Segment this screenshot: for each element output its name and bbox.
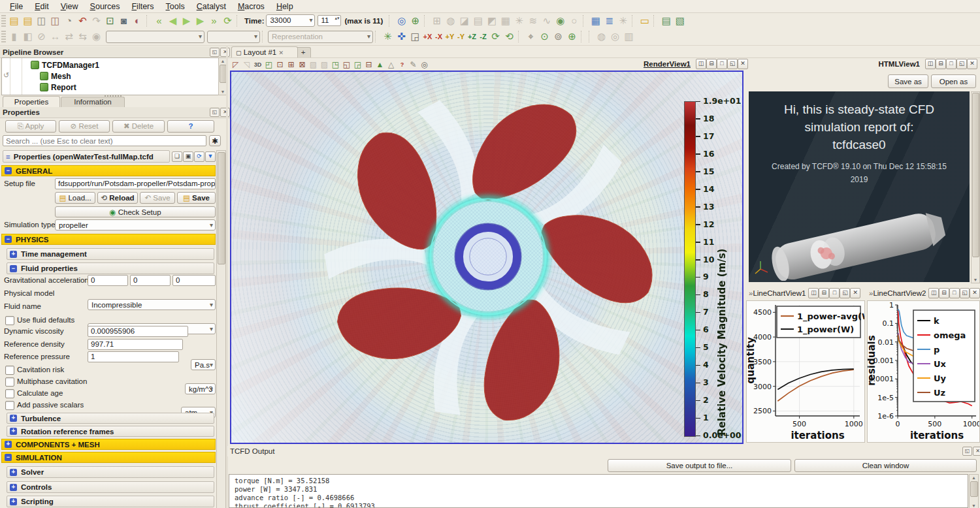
close-view-icon[interactable]: ✕ bbox=[967, 59, 977, 69]
split-horizontal-icon[interactable]: ◫ bbox=[808, 288, 819, 298]
time-combo[interactable]: 33000 bbox=[266, 14, 315, 27]
zoom-closest-icon[interactable]: ✜ bbox=[395, 30, 408, 43]
delete-button[interactable]: ✖ Delete bbox=[112, 120, 165, 133]
screenshot-icon[interactable]: ◙ bbox=[117, 14, 131, 27]
split-vertical-icon[interactable]: ⊟ bbox=[936, 59, 946, 69]
setup-file-input[interactable]: fdsupport/run/Potsdam-propeller/Potsdam-… bbox=[55, 178, 216, 189]
undo-icon[interactable]: ↶ bbox=[76, 14, 90, 27]
reset-camera-icon[interactable]: ✳ bbox=[381, 30, 395, 43]
save-as-pdf-button[interactable]: Save as PDF bbox=[888, 74, 928, 88]
gravity-z-input[interactable]: 0 bbox=[172, 275, 216, 286]
hover-cells-icon[interactable]: ◱ bbox=[341, 58, 352, 71]
tab-information[interactable]: Information bbox=[61, 97, 125, 107]
clear-selection-icon[interactable]: ⊟ bbox=[363, 58, 374, 71]
multiphase-cavitation-checkbox[interactable] bbox=[5, 377, 14, 387]
set-rotation-center-icon[interactable]: ⊙ bbox=[538, 30, 551, 43]
representation-combo[interactable]: Representation bbox=[268, 31, 373, 43]
select-block-icon[interactable]: ◰ bbox=[263, 58, 274, 71]
help-button[interactable]: ? bbox=[167, 120, 214, 133]
float-panel-icon[interactable]: ◱ bbox=[210, 108, 220, 117]
find-data-icon[interactable]: ◎ bbox=[395, 14, 408, 27]
python-trace-icon[interactable]: ▤ bbox=[659, 14, 673, 27]
menu-filters[interactable]: Filters bbox=[125, 1, 159, 12]
section-time-management[interactable]: Time management bbox=[7, 248, 214, 260]
view-minus-z-icon[interactable]: -Z bbox=[478, 30, 489, 43]
reload-properties-icon[interactable]: ⟳ bbox=[194, 151, 204, 162]
add-passive-scalars-checkbox[interactable] bbox=[5, 401, 14, 410]
section-turbulence[interactable]: Turbulence bbox=[7, 413, 214, 424]
reset-rotation-center-icon[interactable]: ⊚ bbox=[551, 30, 565, 43]
output-scrollbar[interactable]: ▲ ▼ bbox=[969, 474, 979, 508]
split-vertical-icon[interactable]: ⊟ bbox=[819, 288, 829, 298]
python-trace-edit-icon[interactable]: ▧ bbox=[673, 14, 687, 27]
close-view-icon[interactable]: ✕ bbox=[850, 288, 860, 298]
section-general[interactable]: GENERAL bbox=[1, 165, 216, 176]
component-combo[interactable] bbox=[207, 31, 260, 43]
maximize-view-icon[interactable]: □ bbox=[717, 59, 727, 69]
save-button[interactable]: ↶ Save bbox=[140, 192, 175, 204]
maximize-view-icon[interactable]: □ bbox=[829, 288, 840, 298]
section-scripting[interactable]: Scripting bbox=[7, 496, 214, 507]
menu-view[interactable]: View bbox=[55, 1, 84, 12]
gravity-y-input[interactable]: 0 bbox=[130, 275, 171, 286]
paint-tool-icon[interactable]: ◸ bbox=[230, 58, 241, 71]
save-as-button[interactable]: ▤ Save As... bbox=[177, 192, 216, 204]
section-components-mesh[interactable]: COMPONENTS + MESH bbox=[1, 439, 216, 450]
menu-sources[interactable]: Sources bbox=[84, 1, 126, 12]
disconnect-server-icon[interactable]: ◫ bbox=[48, 14, 62, 27]
adjust-camera-icon[interactable]: ⌖ bbox=[524, 30, 538, 43]
color-palette-icon[interactable]: ◐ bbox=[131, 14, 144, 27]
connect-server-icon[interactable]: ◫ bbox=[35, 14, 48, 27]
menu-catalyst[interactable]: Catalyst bbox=[191, 1, 232, 12]
section-simulation[interactable]: SIMULATION bbox=[1, 452, 216, 463]
last-frame-icon[interactable]: » bbox=[207, 14, 221, 27]
section-fluid-properties[interactable]: Fluid properties bbox=[7, 262, 214, 274]
reload-button[interactable]: ⟲ Reload bbox=[97, 192, 138, 204]
spreadsheet-view-icon[interactable]: ▦ bbox=[589, 14, 602, 27]
detach-view-icon[interactable]: ◱ bbox=[956, 59, 967, 69]
output-console[interactable]: torque [N.m] = 35.52158power [W] = 3347.… bbox=[229, 474, 968, 508]
layout-tab[interactable]: ▢ Layout #1 ✕ bbox=[231, 46, 298, 57]
save-output-button[interactable]: Save output to file... bbox=[608, 459, 791, 472]
menu-macros[interactable]: Macros bbox=[232, 1, 270, 12]
reset-button[interactable]: ⊘ Reset bbox=[59, 120, 110, 133]
menu-help[interactable]: Help bbox=[270, 1, 299, 12]
hover-points-icon[interactable]: ◲ bbox=[352, 58, 363, 71]
pipeline-item-tcfdmanager[interactable]: TCFDManager1 bbox=[31, 60, 99, 70]
apply-button[interactable]: ⎘ Apply bbox=[5, 120, 56, 133]
maximize-view-icon[interactable]: □ bbox=[949, 288, 960, 298]
detach-view-icon[interactable]: ◱ bbox=[727, 59, 738, 69]
toggle-3d-icon[interactable]: 3D bbox=[252, 58, 263, 71]
freeze-selection-icon[interactable]: ⊕ bbox=[408, 14, 422, 27]
view-plus-z-icon[interactable]: +Z bbox=[466, 30, 478, 43]
panel-splitter[interactable] bbox=[226, 45, 228, 508]
selection-help-icon[interactable]: ? bbox=[397, 58, 408, 71]
interactive-select-points-icon[interactable]: ◳ bbox=[330, 58, 341, 71]
render-view-canvas[interactable]: 1.9e+011817161514131211109876543210.0e+0… bbox=[230, 71, 743, 444]
clean-window-button[interactable]: Clean window bbox=[794, 459, 977, 472]
reset-session-icon[interactable]: ◔ bbox=[62, 14, 76, 27]
menu-file[interactable]: File bbox=[4, 1, 29, 12]
menu-tools[interactable]: Tools bbox=[160, 1, 191, 12]
annotate-icon[interactable]: ✎ bbox=[408, 58, 419, 71]
loop-icon[interactable]: ⟳ bbox=[221, 14, 235, 27]
use-fluid-defaults-checkbox[interactable] bbox=[5, 316, 14, 325]
pick-rotation-center-icon[interactable]: ⊕ bbox=[565, 30, 579, 43]
properties-scrollbar[interactable] bbox=[216, 150, 226, 508]
play-icon[interactable]: ▶ bbox=[180, 14, 193, 27]
next-frame-icon[interactable]: ▶ bbox=[193, 14, 207, 27]
reference-pressure-input[interactable]: 1 bbox=[88, 351, 179, 362]
load-button[interactable]: ▤ Load... bbox=[55, 192, 95, 204]
simulation-type-combo[interactable]: propeller bbox=[55, 219, 216, 230]
cavitation-risk-checkbox[interactable] bbox=[5, 366, 14, 375]
detach-view-icon[interactable]: ◱ bbox=[960, 288, 970, 298]
pipeline-tree[interactable]: ↺ TCFDManager1 Mesh Report bbox=[1, 57, 219, 95]
close-layout-icon[interactable]: ✕ bbox=[278, 50, 284, 56]
view-minus-x-icon[interactable]: -X bbox=[433, 30, 444, 43]
paste-properties-icon[interactable]: ▣ bbox=[183, 151, 193, 162]
section-solver[interactable]: Solver bbox=[7, 466, 214, 478]
open-as-pdf-button[interactable]: Open as PDF bbox=[931, 74, 976, 88]
properties-source-header[interactable]: ≡ Properties (openWaterTest-fullMap.tcfd bbox=[3, 150, 170, 163]
calculate-age-checkbox[interactable] bbox=[5, 389, 14, 398]
check-setup-button[interactable]: ◉ Check Setup bbox=[55, 206, 216, 217]
